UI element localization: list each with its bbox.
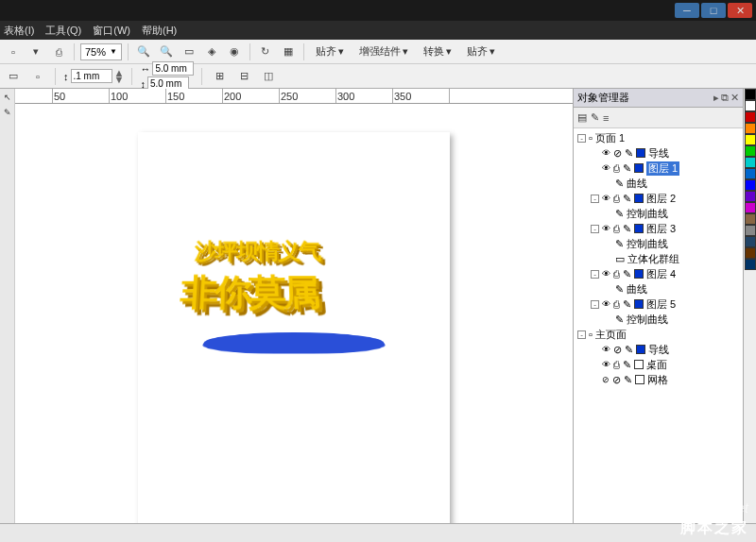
layer-color-swatch[interactable] xyxy=(634,224,644,233)
layer-color-swatch[interactable] xyxy=(635,375,644,384)
object-tree[interactable]: -▫页面 1👁⊘✎导线👁⎙✎图层 1✎曲线-👁⎙✎图层 2✎控制曲线-👁⎙✎图层… xyxy=(574,128,743,523)
menu-help[interactable]: 帮助(H) xyxy=(142,24,177,38)
convert-button[interactable]: 转换 ▾ xyxy=(418,42,457,60)
layer-color-swatch[interactable] xyxy=(634,163,644,173)
zoom-in-icon[interactable]: 🔍 xyxy=(134,42,153,61)
print-icon[interactable]: ⎙ xyxy=(613,193,620,204)
print-icon[interactable]: ⎙ xyxy=(613,223,620,234)
zoom-out-icon[interactable]: 🔍 xyxy=(157,42,176,61)
edit-icon[interactable]: ✎ xyxy=(623,193,631,205)
color-swatch[interactable] xyxy=(745,202,756,213)
layer-view-icon[interactable]: ▤ xyxy=(577,111,587,124)
print-icon[interactable]: ⊘ xyxy=(612,374,621,386)
color-swatch[interactable] xyxy=(745,157,756,168)
panel-menu-icon[interactable]: ▸ xyxy=(713,92,719,104)
visibility-icon[interactable]: ⊘ xyxy=(602,375,610,384)
color-swatch[interactable] xyxy=(745,134,756,145)
layer-edit-icon[interactable]: ✎ xyxy=(591,111,599,124)
tree-node[interactable]: 👁⊘✎导线 xyxy=(576,145,741,161)
arrow-down-icon[interactable]: ▾ xyxy=(26,42,45,61)
spinner[interactable]: ▲▼ xyxy=(114,70,125,83)
expand-icon[interactable]: - xyxy=(591,225,599,233)
expand-icon[interactable]: - xyxy=(577,134,586,143)
visibility-icon[interactable]: 👁 xyxy=(602,224,610,233)
edit-icon[interactable]: ✎ xyxy=(625,147,633,160)
color-swatch[interactable] xyxy=(745,259,756,270)
visibility-icon[interactable]: 👁 xyxy=(602,360,610,369)
tree-node[interactable]: ▭立体化群组 xyxy=(576,251,741,266)
layer-manager-icon[interactable]: ≡ xyxy=(603,112,609,124)
tree-node[interactable]: ✎曲线 xyxy=(576,176,741,191)
print-icon[interactable]: ⎙ xyxy=(49,42,68,61)
color-swatch[interactable] xyxy=(745,145,756,157)
zoom-fit-icon[interactable]: ◈ xyxy=(202,42,221,61)
tree-node[interactable]: 👁⎙✎图层 1 xyxy=(576,161,741,176)
minimize-button[interactable]: ─ xyxy=(675,3,699,18)
color-swatch[interactable] xyxy=(745,100,756,111)
new-icon[interactable]: ▫ xyxy=(4,42,23,61)
color-swatch[interactable] xyxy=(745,179,756,191)
zoom-selection-icon[interactable]: ◉ xyxy=(225,42,244,61)
tree-node[interactable]: ✎控制曲线 xyxy=(576,236,741,251)
edit-icon[interactable]: ✎ xyxy=(625,344,633,356)
artwork[interactable]: 沙坪坝情义气 非你莫属 xyxy=(176,227,412,359)
edit-icon[interactable]: ✎ xyxy=(623,359,631,371)
tree-node[interactable]: -▫主页面 xyxy=(576,327,741,342)
close-button[interactable]: ✕ xyxy=(728,3,752,18)
print-icon[interactable]: ⎙ xyxy=(613,359,620,370)
zoom-page-icon[interactable]: ▭ xyxy=(180,42,198,61)
snap-grid-icon[interactable]: ⊞ xyxy=(210,67,229,86)
menu-window[interactable]: 窗口(W) xyxy=(93,24,130,38)
print-icon[interactable]: ⎙ xyxy=(613,268,620,279)
tree-node[interactable]: -▫页面 1 xyxy=(576,130,741,145)
menu-table[interactable]: 表格(I) xyxy=(4,24,34,38)
color-swatch[interactable] xyxy=(745,191,756,202)
color-swatch[interactable] xyxy=(745,213,756,225)
maximize-button[interactable]: □ xyxy=(701,3,726,18)
tree-node[interactable]: ✎控制曲线 xyxy=(576,206,741,221)
grid-icon[interactable]: ▦ xyxy=(279,42,298,61)
layer-color-swatch[interactable] xyxy=(634,360,644,369)
print-icon[interactable]: ⊘ xyxy=(613,147,622,160)
color-swatch[interactable] xyxy=(745,168,756,179)
layer-color-swatch[interactable] xyxy=(636,148,645,158)
expand-icon[interactable]: - xyxy=(577,330,586,339)
color-swatch[interactable] xyxy=(745,111,756,123)
edit-icon[interactable]: ✎ xyxy=(623,223,631,235)
tree-node[interactable]: 👁⎙✎桌面 xyxy=(576,357,741,372)
zoom-input[interactable]: 75%▼ xyxy=(80,43,122,60)
visibility-icon[interactable]: 👁 xyxy=(602,299,610,309)
color-swatch[interactable] xyxy=(745,89,756,100)
snap2-button[interactable]: 贴齐 ▾ xyxy=(461,42,501,60)
tree-node[interactable]: ✎控制曲线 xyxy=(576,312,741,327)
expand-icon[interactable]: - xyxy=(591,300,599,309)
print-icon[interactable]: ⊘ xyxy=(613,344,622,356)
snap-button[interactable]: 贴齐 ▾ xyxy=(310,42,350,60)
snap-guide-icon[interactable]: ⊟ xyxy=(234,67,253,86)
menu-tools[interactable]: 工具(Q) xyxy=(45,24,81,38)
enhance-button[interactable]: 增强结件 ▾ xyxy=(353,42,414,60)
layer-color-swatch[interactable] xyxy=(634,299,644,309)
layer-color-swatch[interactable] xyxy=(634,269,644,279)
shape-tool-icon[interactable]: ✎ xyxy=(1,108,14,121)
tree-node[interactable]: -👁⎙✎图层 3 xyxy=(576,221,741,236)
edit-icon[interactable]: ✎ xyxy=(623,162,631,175)
print-icon[interactable]: ⎙ xyxy=(613,298,620,310)
snap-obj-icon[interactable]: ◫ xyxy=(259,67,278,86)
visibility-icon[interactable]: 👁 xyxy=(602,163,610,173)
format2-icon[interactable]: ▫ xyxy=(28,67,47,86)
tree-node[interactable]: -👁⎙✎图层 4 xyxy=(576,266,741,281)
color-swatch[interactable] xyxy=(745,225,756,236)
tree-node[interactable]: -👁⎙✎图层 5 xyxy=(576,296,741,312)
width-field[interactable] xyxy=(152,61,194,76)
format-icon[interactable]: ▭ xyxy=(4,67,23,86)
color-swatch[interactable] xyxy=(745,236,756,247)
nudge-field[interactable] xyxy=(71,69,112,83)
width-input[interactable]: ↔ xyxy=(140,61,194,76)
visibility-icon[interactable]: 👁 xyxy=(602,194,610,203)
print-icon[interactable]: ⎙ xyxy=(613,162,620,174)
panel-undock-icon[interactable]: ⧉ xyxy=(721,92,729,104)
nudge-input[interactable]: ↕ ▲▼ xyxy=(63,69,124,83)
tree-node[interactable]: -👁⎙✎图层 2 xyxy=(576,191,741,206)
tree-node[interactable]: ✎曲线 xyxy=(576,281,741,296)
